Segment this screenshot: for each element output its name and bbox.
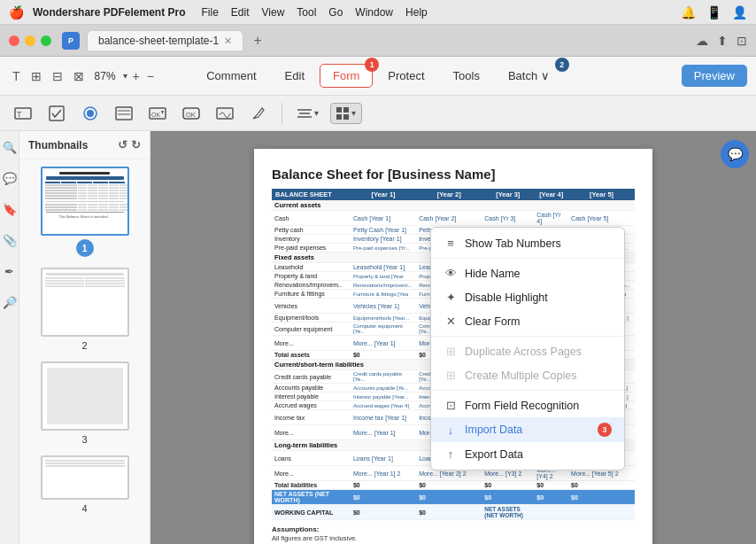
sidebar-search-icon[interactable]: 🔍 — [0, 138, 19, 157]
assumptions-label: Assumptions: — [272, 525, 635, 533]
clear-form-icon: ✕ — [444, 315, 458, 328]
notification-icon[interactable]: 🔔 — [681, 5, 696, 19]
sidebar-next-icon[interactable]: ↻ — [131, 138, 141, 152]
layout-icon[interactable]: ⊠ — [70, 66, 88, 87]
form-recognition-item[interactable]: ⊡ Form Field Recognition — [431, 393, 624, 417]
page-title: Balance Sheet for [Business Name] — [272, 167, 635, 182]
menu-view[interactable]: View — [262, 6, 285, 19]
align-dropdown[interactable]: ▾ — [291, 103, 325, 124]
radio-button-tool[interactable] — [76, 99, 104, 128]
main-inner: 🔍 💬 🔖 📎 ✒ 🔎 Thumbnails ↺ ↻ — [0, 131, 756, 544]
menu-help[interactable]: Help — [405, 6, 428, 19]
zoom-out-icon[interactable]: − — [145, 67, 156, 85]
thumbnail-page-2[interactable]: 2 — [41, 268, 129, 351]
thumbnail-page-1[interactable]: This Balance Sheet is intended... 1 — [41, 167, 129, 257]
sidebar-comment-icon[interactable]: 💬 — [0, 169, 19, 188]
checkbox-tool[interactable] — [42, 99, 71, 128]
tab-protect[interactable]: Protect — [374, 64, 437, 88]
col-header-y5: [Year 5] — [568, 189, 635, 200]
thumbnail-page-4[interactable]: 4 — [41, 455, 129, 514]
chevron-down-icon[interactable]: ▾ — [123, 71, 127, 81]
account-icon[interactable]: 👤 — [732, 5, 747, 19]
panel-icon[interactable]: ⊟ — [49, 66, 66, 87]
thumb-box-4[interactable] — [41, 455, 129, 500]
clear-form-label: Clear Form — [465, 315, 521, 328]
menu-bar: File Edit View Tool Go Window Help — [202, 6, 428, 19]
preview-button[interactable]: Preview — [682, 65, 747, 87]
button-tool[interactable]: OK — [177, 99, 205, 128]
thumb-box-2[interactable] — [41, 268, 129, 337]
text-field-tool[interactable]: T — [9, 99, 37, 128]
thumb-box-1[interactable]: This Balance Sheet is intended... — [41, 167, 129, 236]
svg-text:T: T — [17, 110, 22, 119]
main-tabs: Comment Edit Form 1 Protect Tools Batch … — [193, 64, 563, 88]
menu-go[interactable]: Go — [328, 6, 343, 19]
disable-highlight-icon: ✦ — [444, 291, 458, 304]
new-tab-button[interactable]: + — [247, 30, 268, 51]
pen-tool[interactable] — [244, 99, 273, 128]
thumbnails-label: Thumbnails — [28, 139, 88, 152]
mobile-icon[interactable]: 📱 — [706, 5, 721, 19]
zoom-in-icon[interactable]: + — [131, 67, 142, 85]
export-data-item[interactable]: ↑ Export Data — [431, 442, 624, 466]
tab-batch[interactable]: Batch ∨ 2 — [495, 64, 563, 88]
sidebar-prev-icon[interactable]: ↺ — [118, 138, 127, 152]
import-data-item[interactable]: ↓ Import Data 3 — [431, 417, 624, 442]
menu-edit[interactable]: Edit — [231, 6, 250, 19]
signature-tool[interactable] — [211, 99, 239, 128]
sidebar-magnify-icon[interactable]: 🔎 — [0, 293, 19, 312]
current-assets-header: Current assets — [272, 200, 635, 211]
combo-box-tool[interactable]: OK — [143, 99, 172, 128]
menu-file[interactable]: File — [202, 6, 219, 19]
sidebar-signature-icon[interactable]: ✒ — [2, 262, 17, 281]
minimize-button[interactable] — [25, 35, 35, 46]
collapse-icon[interactable]: ⊡ — [737, 34, 747, 48]
batch-badge: 2 — [555, 58, 569, 72]
form-options-dropdown[interactable]: ▾ — [330, 103, 362, 124]
mini-sheet-1: This Balance Sheet is intended... — [42, 168, 127, 234]
disable-highlight-item[interactable]: ✦ Disable Highlight — [431, 285, 624, 309]
tab-comment[interactable]: Comment — [193, 64, 269, 88]
app-icon: P — [62, 32, 80, 50]
sidebar-nav-buttons: ↺ ↻ — [118, 138, 141, 152]
text-tool-icon[interactable]: T — [9, 66, 24, 87]
pdf-content: Balance Sheet for [Business Name] BALANC… — [150, 131, 756, 544]
tab-tools[interactable]: Tools — [440, 64, 493, 88]
svg-rect-19 — [343, 107, 349, 113]
sidebar-icons: 🔍 💬 🔖 📎 ✒ 🔎 — [0, 131, 19, 544]
assumptions-section: Assumptions: All figures are GST inclusi… — [272, 525, 635, 542]
clear-form-item[interactable]: ✕ Clear Form — [431, 309, 624, 333]
maximize-button[interactable] — [41, 35, 51, 46]
show-tab-numbers-item[interactable]: ≡ Show Tab Numbers — [431, 231, 624, 255]
create-copies-icon: ⊞ — [444, 369, 458, 382]
hide-name-item[interactable]: 👁 Hide Name — [431, 261, 624, 285]
chat-icon-button[interactable]: 💬 — [721, 140, 749, 168]
grid-view-icon[interactable]: ⊞ — [27, 66, 45, 87]
export-data-label: Export Data — [465, 448, 523, 461]
thumb-box-3[interactable] — [41, 361, 129, 431]
close-button[interactable] — [9, 35, 19, 46]
page-num-4: 4 — [81, 503, 87, 514]
active-tab[interactable]: balance-sheet-template-1 ✕ — [87, 30, 243, 51]
mini-sheet-2 — [42, 269, 127, 335]
list-tool[interactable] — [110, 99, 138, 128]
duplicate-pages-label: Duplicate Across Pages — [465, 346, 582, 358]
mini-sheet-3 — [42, 363, 127, 429]
tab-close-icon[interactable]: ✕ — [224, 35, 232, 47]
menu-window[interactable]: Window — [355, 6, 393, 19]
svg-rect-18 — [336, 107, 342, 113]
sidebar-attachment-icon[interactable]: 📎 — [0, 231, 19, 250]
menu-tool[interactable]: Tool — [297, 6, 316, 19]
col-header-y1: [Year 1] — [351, 189, 416, 200]
col-header-y4: [Year 4] — [534, 189, 568, 200]
tab-edit[interactable]: Edit — [272, 64, 318, 88]
thumbnail-page-3[interactable]: 3 — [41, 361, 129, 445]
import-badge: 3 — [598, 423, 612, 437]
svg-text:OK: OK — [186, 111, 196, 119]
sidebar-bookmark-icon[interactable]: 🔖 — [0, 200, 19, 219]
tab-form[interactable]: Form 1 — [320, 64, 373, 88]
share-icon[interactable]: ⬆ — [717, 34, 728, 48]
svg-rect-20 — [336, 114, 342, 120]
apple-menu-icon[interactable]: 🍎 — [9, 5, 24, 19]
cloud-upload-icon[interactable]: ☁ — [696, 34, 708, 48]
